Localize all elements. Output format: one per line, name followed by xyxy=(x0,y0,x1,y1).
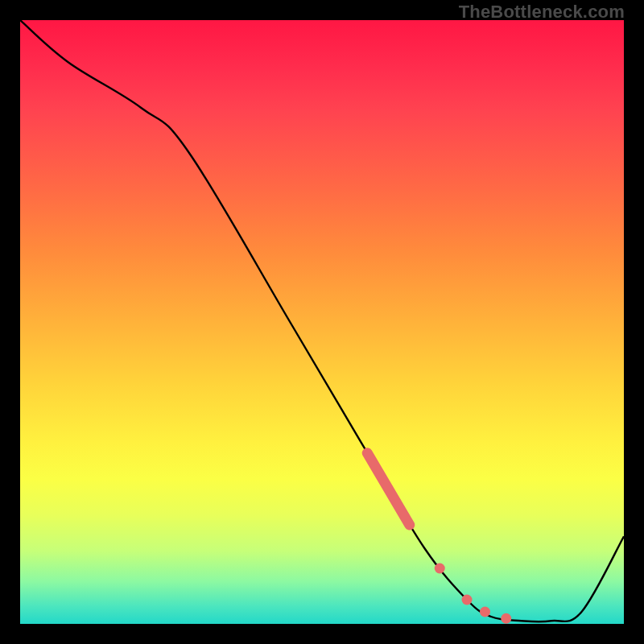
chart-background xyxy=(20,20,624,624)
watermark-text: TheBottleneck.com xyxy=(459,2,625,23)
